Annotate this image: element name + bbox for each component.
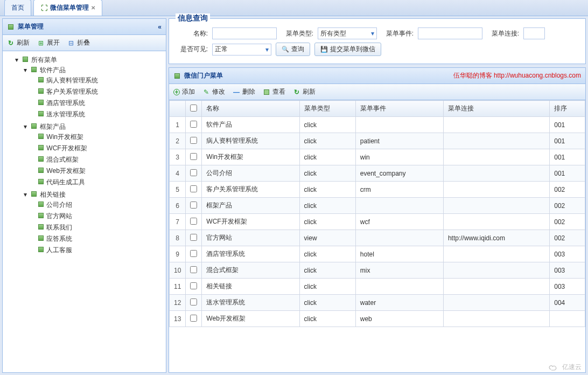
row-check[interactable] — [190, 185, 197, 192]
table-row[interactable]: 9酒店管理系统clickhotel003 — [170, 246, 585, 262]
tree-group[interactable]: 软件产品 — [40, 66, 66, 74]
sidebar-collapse-icon[interactable]: « — [158, 23, 162, 31]
row-check[interactable] — [190, 121, 197, 128]
grid-header: 微信门户菜单 伍华聪的博客 http://wuhuacong.cnblogs.c… — [169, 68, 585, 84]
row-check[interactable] — [190, 298, 197, 305]
row-check[interactable] — [190, 153, 197, 160]
grid-icon — [31, 123, 37, 129]
tree-item[interactable]: 公司介绍 — [46, 201, 72, 209]
grid-icon — [23, 57, 28, 62]
search-button[interactable]: 查询 — [276, 43, 310, 56]
table-row[interactable]: 6框架产品click002 — [170, 198, 585, 214]
data-table: 名称 菜单类型 菜单事件 菜单连接 排序 1软件产品click0012病人资料管… — [169, 100, 585, 327]
tab-wechat-menu[interactable]: 微信菜单管理 ✕ — [33, 0, 102, 16]
delete-button[interactable]: 删除 — [233, 87, 255, 96]
row-check[interactable] — [190, 315, 197, 322]
watermark-text: 伍华聪的博客 http://wuhuacong.cnblogs.com — [453, 71, 581, 80]
search-icon — [282, 46, 289, 53]
row-check[interactable] — [190, 202, 197, 209]
grid-icon — [38, 179, 44, 184]
table-row[interactable]: 2病人资料管理系统clickpatient001 — [170, 133, 585, 149]
col-link[interactable]: 菜单连接 — [443, 101, 549, 117]
visible-select[interactable]: 正常▾ — [212, 44, 271, 55]
tree-toggle[interactable]: ▾ — [13, 56, 20, 64]
tree-item[interactable]: 酒店管理系统 — [46, 99, 85, 107]
col-type[interactable]: 菜单类型 — [299, 101, 355, 117]
tree-toggle[interactable]: ▾ — [22, 66, 29, 74]
tree-item[interactable]: 病人资料管理系统 — [46, 77, 98, 84]
grid-refresh-button[interactable]: 刷新 — [293, 87, 316, 96]
add-button[interactable]: 添加 — [173, 87, 195, 96]
table-row[interactable]: 13Web开发框架clickweb — [170, 311, 585, 327]
tree-item[interactable]: Web开发框架 — [46, 167, 85, 175]
tree-item[interactable]: 人工客服 — [46, 246, 72, 254]
row-check[interactable] — [190, 282, 197, 289]
table-row[interactable]: 7WCF开发框架clickwcf002 — [170, 214, 585, 230]
tree-item[interactable]: 官方网站 — [46, 212, 72, 220]
provider-badge: 亿速云 — [548, 363, 582, 372]
table-row[interactable]: 1软件产品click001 — [170, 117, 585, 133]
tabstrip: 首页 微信菜单管理 ✕ — [0, 0, 588, 16]
tab-close-icon[interactable]: ✕ — [91, 5, 95, 11]
table-row[interactable]: 8官方网站viewhttp://www.iqidi.com002 — [170, 230, 585, 246]
col-order[interactable]: 排序 — [550, 101, 585, 117]
table-row[interactable]: 5客户关系管理系统clickcrm002 — [170, 182, 585, 198]
expand-icon — [37, 39, 45, 47]
grid-icon — [38, 100, 44, 105]
table-row[interactable]: 3Win开发框架clickwin001 — [170, 149, 585, 165]
expand-button[interactable]: 展开 — [37, 38, 60, 47]
tab-label: 首页 — [11, 3, 24, 12]
row-check[interactable] — [190, 169, 197, 176]
tree-item[interactable]: 混合式框架 — [46, 156, 79, 163]
tree-toggle[interactable]: ▾ — [22, 191, 29, 198]
grid-icon — [38, 134, 44, 139]
tree-toggle[interactable]: ▾ — [22, 123, 29, 130]
chevron-down-icon: ▾ — [265, 46, 269, 53]
view-icon — [264, 89, 269, 95]
grid-title: 微信门户菜单 — [184, 71, 223, 80]
row-check[interactable] — [190, 234, 197, 241]
view-button[interactable]: 查看 — [263, 87, 285, 96]
col-event[interactable]: 菜单事件 — [355, 101, 443, 117]
edit-button[interactable]: 修改 — [202, 87, 225, 96]
table-row[interactable]: 12送水管理系统clickwater004 — [170, 295, 585, 311]
type-select[interactable]: 所有类型▾ — [318, 27, 377, 39]
col-name[interactable]: 名称 — [202, 101, 299, 117]
link-input[interactable] — [523, 27, 545, 39]
sidebar-title: 菜单管理 — [18, 22, 44, 31]
tree-group[interactable]: 框架产品 — [40, 123, 66, 130]
label-visible: 是否可见: — [176, 45, 208, 54]
name-input[interactable] — [212, 27, 277, 39]
query-panel: 信息查询 名称: 菜单类型: 所有类型▾ 菜单事件: 菜单连接: 是否可见: 正… — [169, 18, 586, 64]
row-check[interactable] — [190, 137, 197, 144]
collapse-button[interactable]: 折叠 — [67, 38, 90, 47]
table-row[interactable]: 11相关链接click003 — [170, 279, 585, 295]
row-check[interactable] — [190, 266, 197, 273]
sidebar: 菜单管理 « 刷新 展开 折叠 ▾ 所有菜单 ▾ 软件产品 病人资料管理系统 客… — [2, 18, 166, 373]
tab-home[interactable]: 首页 — [4, 0, 31, 16]
row-check[interactable] — [190, 218, 197, 225]
grid-icon — [38, 202, 44, 207]
tree-item[interactable]: 送水管理系统 — [46, 110, 85, 118]
table-row[interactable]: 10混合式框架clickmix003 — [170, 262, 585, 279]
event-input[interactable] — [418, 27, 482, 39]
check-all[interactable] — [190, 105, 197, 112]
tree-item[interactable]: 应答系统 — [46, 235, 72, 242]
row-check[interactable] — [190, 250, 197, 257]
tree-item[interactable]: 联系我们 — [46, 224, 72, 231]
col-rownum — [170, 101, 186, 117]
tree-item[interactable]: Win开发框架 — [46, 133, 83, 141]
grid-icon — [8, 24, 13, 30]
tree-root[interactable]: 所有菜单 — [31, 56, 57, 64]
submit-button[interactable]: 提交菜单到微信 — [314, 43, 381, 56]
tree-item[interactable]: WCF开发框架 — [46, 144, 87, 152]
tree-item[interactable]: 代码生成工具 — [46, 178, 85, 186]
grid-icon — [38, 247, 44, 252]
tree-group[interactable]: 相关链接 — [40, 191, 66, 198]
refresh-button[interactable]: 刷新 — [7, 38, 30, 47]
edit-icon — [202, 88, 210, 96]
label-type: 菜单类型: — [281, 29, 313, 38]
tree-item[interactable]: 客户关系管理系统 — [46, 88, 98, 95]
table-row[interactable]: 4公司介绍clickevent_company001 — [170, 165, 585, 182]
col-check — [186, 101, 202, 117]
